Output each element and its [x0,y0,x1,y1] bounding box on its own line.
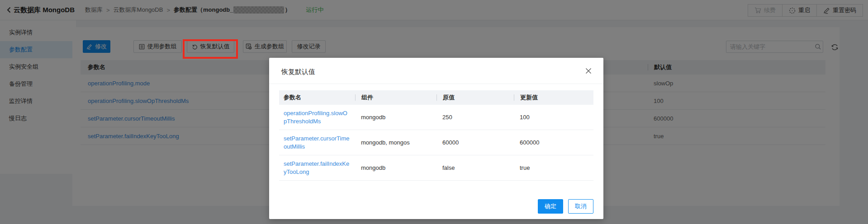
param-component: mongodb, mongos [355,139,436,146]
modal-table-row: operationProfiling.slowOpThresholdMs mon… [279,105,593,130]
param-component: mongodb [355,114,436,121]
page: 云数据库 MongoDB 数据库 > 云数据库MongoDB > 参数配置（mo… [0,0,868,224]
param-new-value: 600000 [514,139,593,146]
param-component: mongodb [355,164,436,171]
col-header-new-value: 更新值 [514,94,593,101]
modal-close-button[interactable] [584,67,593,75]
close-icon [585,67,592,75]
modal-table: 参数名 组件 原值 更新值 operationProfiling.slowOpT… [279,90,593,181]
param-old-value: 60000 [436,139,514,146]
col-header-old-value: 原值 [436,94,514,101]
param-link[interactable]: operationProfiling.slowOpThresholdMs [279,109,355,126]
col-header-component: 组件 [355,94,436,101]
modal-title: 恢复默认值 [281,68,315,76]
param-old-value: 250 [436,114,514,121]
param-link[interactable]: setParameter.failIndexKeyTooLong [279,160,355,176]
col-header-param-name: 参数名 [279,93,355,102]
modal-divider [269,84,603,84]
cancel-button[interactable]: 取消 [568,199,593,214]
param-new-value: 100 [514,114,593,121]
modal-table-header: 参数名 组件 原值 更新值 [279,90,593,105]
modal-table-row: setParameter.cursorTimeoutMillis mongodb… [279,130,593,155]
restore-default-modal: 恢复默认值 参数名 组件 原值 更新值 operationProfiling.s… [269,58,603,219]
ok-button[interactable]: 确定 [538,199,563,214]
modal-table-row: setParameter.failIndexKeyTooLong mongodb… [279,155,593,181]
param-old-value: false [436,164,514,171]
param-link[interactable]: setParameter.cursorTimeoutMillis [279,135,355,151]
param-new-value: true [514,164,593,171]
